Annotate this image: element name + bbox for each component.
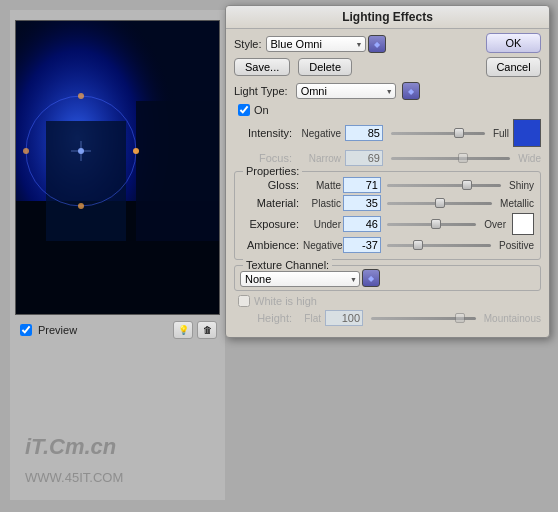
gloss-row: Gloss: Matte Shiny — [241, 177, 534, 193]
properties-section: Properties: Gloss: Matte Shiny Material:… — [234, 171, 541, 260]
focus-wide: Wide — [518, 153, 541, 164]
app-background: Preview 💡 🗑 iT.Cm.cn WWW.45IT.COM Lighti… — [0, 0, 558, 512]
ambience-right: Positive — [499, 240, 534, 251]
exposure-right: Over — [484, 219, 506, 230]
light-type-row: Light Type: Omni ◆ — [234, 82, 541, 100]
delete-button[interactable]: Delete — [298, 58, 352, 76]
white-is-high-checkbox[interactable] — [238, 295, 250, 307]
ambience-label: Ambience: — [241, 239, 299, 251]
light-type-label: Light Type: — [234, 85, 288, 97]
preview-footer: Preview 💡 🗑 — [10, 321, 225, 339]
focus-narrow: Narrow — [296, 153, 341, 164]
texture-channel-label: Texture Channel: — [243, 259, 332, 271]
exposure-color-swatch[interactable] — [512, 213, 534, 235]
intensity-label: Intensity: — [234, 127, 292, 139]
svg-point-9 — [133, 148, 139, 154]
light-type-arrow-btn[interactable]: ◆ — [402, 82, 420, 100]
intensity-negative: Negative — [296, 128, 341, 139]
ambience-value[interactable] — [343, 237, 381, 253]
height-label: Height: — [234, 312, 292, 324]
preview-checkbox[interactable] — [20, 324, 32, 336]
exposure-row: Exposure: Under Over — [241, 213, 534, 235]
properties-label: Properties: — [243, 165, 302, 177]
texture-channel-arrow-icon: ◆ — [368, 274, 374, 283]
svg-point-10 — [78, 93, 84, 99]
texture-channel-section: Texture Channel: None ◆ — [234, 265, 541, 291]
on-row: On — [234, 104, 541, 116]
light-type-select[interactable]: Omni — [296, 83, 396, 99]
preview-icon-btn-1[interactable]: 💡 — [173, 321, 193, 339]
on-checkbox[interactable] — [238, 104, 250, 116]
ambience-thumb[interactable] — [413, 240, 423, 250]
exposure-left: Under — [303, 219, 341, 230]
svg-point-12 — [23, 148, 29, 154]
style-arrow-icon: ◆ — [374, 40, 380, 49]
height-section: Height: Flat Mountainous — [234, 310, 541, 326]
material-row: Material: Plastic Metallic — [241, 195, 534, 211]
material-right: Metallic — [500, 198, 534, 209]
white-is-high-row: White is high — [238, 295, 541, 307]
preview-icons: 💡 🗑 — [173, 321, 217, 339]
preview-icon-btn-2[interactable]: 🗑 — [197, 321, 217, 339]
exposure-value[interactable] — [343, 216, 381, 232]
ambience-row: Ambience: Negative Positive — [241, 237, 534, 253]
preview-label: Preview — [38, 324, 77, 336]
height-value — [325, 310, 363, 326]
svg-rect-4 — [136, 101, 220, 241]
ambience-left: Negative — [303, 240, 341, 251]
watermark-1: iT.Cm.cn — [25, 434, 116, 460]
material-value[interactable] — [343, 195, 381, 211]
exposure-thumb[interactable] — [431, 219, 441, 229]
height-thumb — [455, 313, 465, 323]
focus-thumb — [458, 153, 468, 163]
gloss-value[interactable] — [343, 177, 381, 193]
gloss-thumb[interactable] — [462, 180, 472, 190]
style-arrow-btn[interactable]: ◆ — [368, 35, 386, 53]
svg-point-11 — [78, 203, 84, 209]
intensity-value[interactable] — [345, 125, 383, 141]
dialog-title: Lighting Effects — [226, 6, 549, 29]
style-select-wrapper[interactable]: Blue Omni — [266, 36, 366, 52]
gloss-label: Gloss: — [241, 179, 299, 191]
light-type-arrow-icon: ◆ — [408, 87, 414, 96]
height-left: Flat — [296, 313, 321, 324]
intensity-thumb[interactable] — [454, 128, 464, 138]
texture-channel-arrow-btn[interactable]: ◆ — [362, 269, 380, 287]
style-label: Style: — [234, 38, 262, 50]
texture-channel-select-wrapper[interactable]: None — [240, 271, 360, 287]
gloss-left: Matte — [303, 180, 341, 191]
material-left: Plastic — [303, 198, 341, 209]
ok-button[interactable]: OK — [486, 33, 541, 53]
focus-section: Focus: Narrow Wide — [234, 150, 541, 166]
texture-channel-select[interactable]: None — [240, 271, 360, 287]
on-label: On — [254, 104, 269, 116]
material-thumb[interactable] — [435, 198, 445, 208]
white-is-high-label: White is high — [254, 295, 317, 307]
light-type-select-wrapper[interactable]: Omni — [296, 83, 396, 99]
save-button[interactable]: Save... — [234, 58, 290, 76]
exposure-label: Exposure: — [241, 218, 299, 230]
watermark-2: WWW.45IT.COM — [25, 470, 123, 485]
light-color-swatch[interactable] — [513, 119, 541, 147]
focus-value — [345, 150, 383, 166]
intensity-section: Intensity: Negative Full — [234, 119, 541, 147]
height-right: Mountainous — [484, 313, 541, 324]
style-select[interactable]: Blue Omni — [266, 36, 366, 52]
intensity-full: Full — [493, 128, 509, 139]
left-panel: Preview 💡 🗑 iT.Cm.cn WWW.45IT.COM — [10, 10, 225, 500]
svg-rect-3 — [46, 121, 126, 241]
focus-label: Focus: — [234, 152, 292, 164]
preview-canvas[interactable] — [15, 20, 220, 315]
cancel-button[interactable]: Cancel — [486, 57, 541, 77]
dialog: Lighting Effects OK Cancel Style: Blue O… — [225, 5, 550, 338]
gloss-right: Shiny — [509, 180, 534, 191]
material-label: Material: — [241, 197, 299, 209]
